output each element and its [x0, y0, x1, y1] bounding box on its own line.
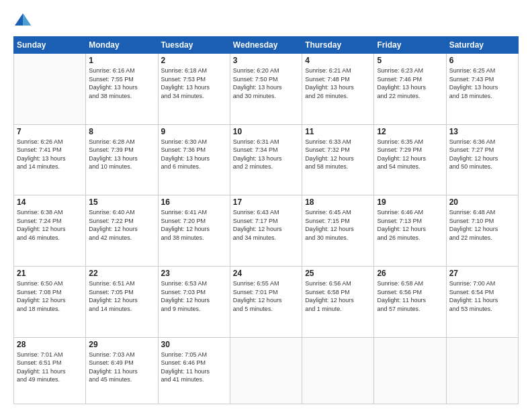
- day-number: 29: [89, 340, 154, 349]
- day-number: 11: [305, 127, 371, 136]
- calendar-cell: 17Sunrise: 6:43 AM Sunset: 7:17 PM Dayli…: [230, 195, 302, 267]
- day-number: 25: [305, 269, 371, 278]
- weekday-header: Monday: [86, 37, 158, 54]
- day-info: Sunrise: 6:53 AM Sunset: 7:03 PM Dayligh…: [161, 279, 227, 313]
- day-number: 4: [305, 56, 371, 65]
- calendar-cell: 6Sunrise: 6:25 AM Sunset: 7:43 PM Daylig…: [446, 54, 518, 125]
- weekday-header: Friday: [374, 37, 446, 54]
- day-number: 17: [233, 197, 299, 207]
- day-number: 12: [377, 127, 443, 136]
- calendar-cell: 28Sunrise: 7:01 AM Sunset: 6:51 PM Dayli…: [14, 337, 86, 404]
- calendar-cell: 22Sunrise: 6:51 AM Sunset: 7:05 PM Dayli…: [86, 266, 158, 337]
- calendar-week-row: 28Sunrise: 7:01 AM Sunset: 6:51 PM Dayli…: [14, 337, 519, 404]
- day-info: Sunrise: 6:45 AM Sunset: 7:15 PM Dayligh…: [305, 208, 371, 242]
- day-number: 14: [17, 197, 83, 207]
- day-info: Sunrise: 6:28 AM Sunset: 7:39 PM Dayligh…: [89, 138, 154, 171]
- calendar-cell: 3Sunrise: 6:20 AM Sunset: 7:50 PM Daylig…: [230, 54, 302, 125]
- calendar-cell: 8Sunrise: 6:28 AM Sunset: 7:39 PM Daylig…: [86, 124, 158, 195]
- day-info: Sunrise: 7:03 AM Sunset: 6:49 PM Dayligh…: [89, 351, 154, 384]
- calendar-cell: 25Sunrise: 6:56 AM Sunset: 6:58 PM Dayli…: [302, 266, 374, 337]
- day-number: 26: [377, 269, 443, 278]
- calendar-cell: 7Sunrise: 6:26 AM Sunset: 7:41 PM Daylig…: [14, 124, 86, 195]
- weekday-header: Sunday: [14, 37, 86, 54]
- day-info: Sunrise: 7:00 AM Sunset: 6:54 PM Dayligh…: [449, 279, 515, 313]
- day-number: 9: [161, 127, 227, 136]
- day-number: 28: [17, 340, 83, 349]
- weekday-header: Thursday: [302, 37, 374, 54]
- day-number: 22: [89, 269, 154, 278]
- day-info: Sunrise: 6:51 AM Sunset: 7:05 PM Dayligh…: [89, 279, 154, 313]
- calendar-cell: [302, 337, 374, 404]
- day-number: 7: [17, 127, 83, 136]
- day-info: Sunrise: 6:30 AM Sunset: 7:36 PM Dayligh…: [161, 138, 227, 171]
- calendar-cell: 4Sunrise: 6:21 AM Sunset: 7:48 PM Daylig…: [302, 54, 374, 125]
- day-number: 19: [377, 197, 443, 207]
- day-info: Sunrise: 6:55 AM Sunset: 7:01 PM Dayligh…: [233, 279, 299, 313]
- day-info: Sunrise: 6:16 AM Sunset: 7:55 PM Dayligh…: [89, 66, 154, 100]
- calendar-cell: 16Sunrise: 6:41 AM Sunset: 7:20 PM Dayli…: [158, 195, 230, 267]
- day-number: 23: [161, 269, 227, 278]
- calendar-cell: 23Sunrise: 6:53 AM Sunset: 7:03 PM Dayli…: [158, 266, 230, 337]
- calendar-cell: 20Sunrise: 6:48 AM Sunset: 7:10 PM Dayli…: [446, 195, 518, 267]
- day-info: Sunrise: 6:36 AM Sunset: 7:27 PM Dayligh…: [449, 138, 515, 171]
- calendar-cell: [374, 337, 446, 404]
- calendar-cell: 5Sunrise: 6:23 AM Sunset: 7:46 PM Daylig…: [374, 54, 446, 125]
- calendar-cell: 10Sunrise: 6:31 AM Sunset: 7:34 PM Dayli…: [230, 124, 302, 195]
- day-info: Sunrise: 6:41 AM Sunset: 7:20 PM Dayligh…: [161, 208, 227, 242]
- day-info: Sunrise: 7:05 AM Sunset: 6:46 PM Dayligh…: [161, 351, 227, 384]
- day-info: Sunrise: 6:26 AM Sunset: 7:41 PM Dayligh…: [17, 138, 83, 171]
- calendar-cell: 21Sunrise: 6:50 AM Sunset: 7:08 PM Dayli…: [14, 266, 86, 337]
- day-number: 27: [449, 269, 515, 278]
- calendar: SundayMondayTuesdayWednesdayThursdayFrid…: [13, 36, 519, 404]
- calendar-cell: 30Sunrise: 7:05 AM Sunset: 6:46 PM Dayli…: [158, 337, 230, 404]
- calendar-week-row: 1Sunrise: 6:16 AM Sunset: 7:55 PM Daylig…: [14, 54, 519, 125]
- day-info: Sunrise: 6:20 AM Sunset: 7:50 PM Dayligh…: [233, 66, 299, 100]
- calendar-cell: 26Sunrise: 6:58 AM Sunset: 6:56 PM Dayli…: [374, 266, 446, 337]
- day-number: 30: [161, 340, 227, 349]
- day-number: 21: [17, 269, 83, 278]
- calendar-cell: 14Sunrise: 6:38 AM Sunset: 7:24 PM Dayli…: [14, 195, 86, 267]
- weekday-header: Tuesday: [158, 37, 230, 54]
- day-number: 2: [161, 56, 227, 65]
- day-info: Sunrise: 6:38 AM Sunset: 7:24 PM Dayligh…: [17, 208, 83, 242]
- day-info: Sunrise: 6:46 AM Sunset: 7:13 PM Dayligh…: [377, 208, 443, 242]
- day-info: Sunrise: 6:56 AM Sunset: 6:58 PM Dayligh…: [305, 279, 371, 313]
- day-info: Sunrise: 6:18 AM Sunset: 7:53 PM Dayligh…: [161, 66, 227, 100]
- day-number: 3: [233, 56, 299, 65]
- calendar-week-row: 21Sunrise: 6:50 AM Sunset: 7:08 PM Dayli…: [14, 266, 519, 337]
- day-info: Sunrise: 6:58 AM Sunset: 6:56 PM Dayligh…: [377, 279, 443, 313]
- day-info: Sunrise: 6:23 AM Sunset: 7:46 PM Dayligh…: [377, 66, 443, 100]
- calendar-cell: 15Sunrise: 6:40 AM Sunset: 7:22 PM Dayli…: [86, 195, 158, 267]
- calendar-cell: 19Sunrise: 6:46 AM Sunset: 7:13 PM Dayli…: [374, 195, 446, 267]
- logo: [13, 11, 35, 30]
- svg-marker-1: [23, 13, 31, 26]
- calendar-header-row: SundayMondayTuesdayWednesdayThursdayFrid…: [14, 37, 519, 54]
- page: SundayMondayTuesdayWednesdayThursdayFrid…: [0, 0, 532, 411]
- calendar-cell: 12Sunrise: 6:35 AM Sunset: 7:29 PM Dayli…: [374, 124, 446, 195]
- calendar-cell: 18Sunrise: 6:45 AM Sunset: 7:15 PM Dayli…: [302, 195, 374, 267]
- day-number: 6: [449, 56, 515, 65]
- day-number: 18: [305, 197, 371, 207]
- day-info: Sunrise: 6:33 AM Sunset: 7:32 PM Dayligh…: [305, 138, 371, 171]
- day-info: Sunrise: 6:50 AM Sunset: 7:08 PM Dayligh…: [17, 279, 83, 313]
- calendar-cell: 11Sunrise: 6:33 AM Sunset: 7:32 PM Dayli…: [302, 124, 374, 195]
- day-info: Sunrise: 6:25 AM Sunset: 7:43 PM Dayligh…: [449, 66, 515, 100]
- calendar-cell: 1Sunrise: 6:16 AM Sunset: 7:55 PM Daylig…: [86, 54, 158, 125]
- calendar-cell: 2Sunrise: 6:18 AM Sunset: 7:53 PM Daylig…: [158, 54, 230, 125]
- calendar-cell: 29Sunrise: 7:03 AM Sunset: 6:49 PM Dayli…: [86, 337, 158, 404]
- day-number: 16: [161, 197, 227, 207]
- calendar-cell: [230, 337, 302, 404]
- day-number: 5: [377, 56, 443, 65]
- day-info: Sunrise: 7:01 AM Sunset: 6:51 PM Dayligh…: [17, 351, 83, 384]
- logo-icon: [13, 11, 32, 30]
- day-info: Sunrise: 6:43 AM Sunset: 7:17 PM Dayligh…: [233, 208, 299, 242]
- calendar-cell: 24Sunrise: 6:55 AM Sunset: 7:01 PM Dayli…: [230, 266, 302, 337]
- calendar-cell: 13Sunrise: 6:36 AM Sunset: 7:27 PM Dayli…: [446, 124, 518, 195]
- day-number: 13: [449, 127, 515, 136]
- day-number: 24: [233, 269, 299, 278]
- weekday-header: Wednesday: [230, 37, 302, 54]
- day-info: Sunrise: 6:48 AM Sunset: 7:10 PM Dayligh…: [449, 208, 515, 242]
- day-info: Sunrise: 6:21 AM Sunset: 7:48 PM Dayligh…: [305, 66, 371, 100]
- day-info: Sunrise: 6:35 AM Sunset: 7:29 PM Dayligh…: [377, 138, 443, 171]
- day-number: 15: [89, 197, 154, 207]
